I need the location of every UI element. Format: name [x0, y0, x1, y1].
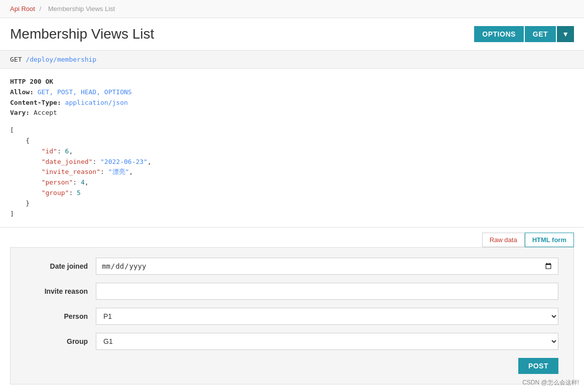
- url-path: /deploy/membership: [26, 56, 96, 63]
- invite-reason-label: Invite reason: [26, 287, 96, 295]
- response-vary: Vary: Accept: [10, 108, 574, 118]
- url-method: GET: [10, 56, 22, 63]
- json-line-close-obj: }: [10, 199, 574, 209]
- json-line-open-arr: [: [10, 125, 574, 136]
- url-bar: GET /deploy/membership: [0, 51, 584, 69]
- invite-reason-input[interactable]: [96, 283, 558, 300]
- response-area: HTTP 200 OK Allow: GET, POST, HEAD, OPTI…: [0, 69, 584, 228]
- date-joined-input[interactable]: [96, 258, 558, 275]
- response-content-type: Content-Type: application/json: [10, 98, 574, 108]
- page-header: Membership Views List OPTIONS GET ▼: [0, 18, 584, 51]
- json-line-person: "person": 4,: [10, 177, 574, 188]
- form-row-group: Group G1 G2 G3: [26, 333, 558, 350]
- form-container: Date joined Invite reason Person P1 P2 P…: [10, 247, 574, 384]
- response-allow: Allow: GET, POST, HEAD, OPTIONS: [10, 87, 574, 98]
- group-label: Group: [26, 337, 96, 345]
- json-line-invite: "invite_reason": "漂亮",: [10, 167, 574, 177]
- header-buttons: OPTIONS GET ▼: [474, 26, 574, 42]
- breadcrumb-api-root-link[interactable]: Api Root: [10, 5, 35, 13]
- breadcrumb-current: Membership Views List: [48, 5, 115, 13]
- form-row-invite-reason: Invite reason: [26, 283, 558, 300]
- response-status: HTTP 200 OK: [10, 77, 574, 87]
- json-line-id: "id": 6,: [10, 146, 574, 157]
- date-joined-label: Date joined: [26, 262, 96, 270]
- options-button[interactable]: OPTIONS: [474, 26, 524, 42]
- json-line-close-arr: ]: [10, 209, 574, 220]
- json-line-date: "date_joined": "2022-06-23",: [10, 157, 574, 167]
- json-response: [ { "id": 6, "date_joined": "2022-06-23"…: [10, 125, 574, 219]
- breadcrumb-separator: /: [40, 5, 42, 13]
- person-label: Person: [26, 312, 96, 320]
- get-dropdown-button[interactable]: ▼: [557, 26, 574, 42]
- group-select[interactable]: G1 G2 G3: [96, 333, 558, 350]
- watermark: CSDN @怎么会这样!: [522, 378, 579, 384]
- tab-html-form[interactable]: HTML form: [525, 233, 574, 247]
- get-button[interactable]: GET: [525, 26, 556, 42]
- json-line-group: "group": 5: [10, 188, 574, 199]
- person-select[interactable]: P1 P2 P3: [96, 308, 558, 325]
- form-submit-row: POST: [26, 358, 558, 374]
- form-tabs: Raw data HTML form: [0, 228, 584, 247]
- post-button[interactable]: POST: [518, 358, 558, 374]
- tab-raw-data[interactable]: Raw data: [482, 233, 525, 247]
- breadcrumb: Api Root / Membership Views List: [0, 0, 584, 18]
- form-row-date-joined: Date joined: [26, 258, 558, 275]
- page-title: Membership Views List: [10, 26, 154, 42]
- form-row-person: Person P1 P2 P3: [26, 308, 558, 325]
- json-line-open-obj: {: [10, 136, 574, 146]
